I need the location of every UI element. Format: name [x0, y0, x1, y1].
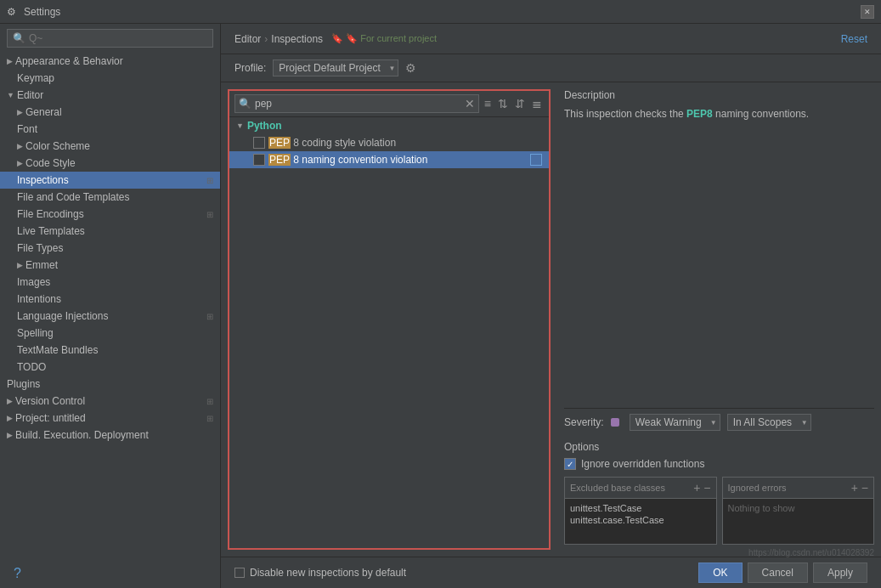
- sidebar-items-container: ▶ Appearance & BehaviorKeymap▼ Editor▶ G…: [0, 53, 220, 444]
- expand-button[interactable]: ⇅: [496, 95, 510, 112]
- ignored-errors-body: Nothing to show: [723, 499, 874, 544]
- sidebar-item-label-keymap: Keymap: [17, 72, 54, 84]
- inspections-search-field[interactable]: 🔍 ✕: [234, 94, 479, 113]
- sidebar-item-label-build-execution: Build. Execution. Deployment: [15, 429, 149, 441]
- python-group-header[interactable]: ▼ Python: [229, 117, 549, 134]
- sidebar-item-general[interactable]: ▶ General: [0, 104, 220, 121]
- sidebar-item-label-general: General: [25, 106, 62, 118]
- breadcrumb-parent: Editor: [234, 33, 261, 45]
- sidebar-item-textmate-bundles[interactable]: TextMate Bundles: [0, 342, 220, 359]
- ignored-add-button[interactable]: +: [851, 481, 858, 495]
- sidebar-item-icon-inspections: ⊞: [206, 176, 213, 185]
- ignore-overridden-checkbox-row[interactable]: ✓ Ignore overridden functions: [564, 458, 874, 470]
- reset-button[interactable]: Reset: [841, 33, 867, 45]
- apply-button[interactable]: Apply: [813, 563, 867, 583]
- content-body: 🔍 ✕ ≡ ⇅ ⇵ ≣ ▼ Python: [221, 82, 881, 557]
- sidebar-item-label-file-types: File Types: [17, 242, 63, 254]
- sidebar-item-language-injections[interactable]: Language Injections⊞: [0, 308, 220, 325]
- close-button[interactable]: ✕: [861, 5, 874, 19]
- sidebar-item-icon-project: ⊞: [206, 414, 213, 423]
- sidebar-item-emmet[interactable]: ▶ Emmet: [0, 257, 220, 274]
- sidebar-item-build-execution[interactable]: ▶ Build. Execution. Deployment: [0, 427, 220, 444]
- window-controls: ✕: [861, 5, 874, 19]
- sidebar-item-label-editor: Editor: [17, 89, 43, 101]
- disable-inspections-row[interactable]: Disable new inspections by default: [234, 567, 406, 579]
- sidebar-item-project[interactable]: ▶ Project: untitled⊞: [0, 410, 220, 427]
- right-panel: Description This inspection checks the P…: [557, 82, 881, 557]
- profile-select[interactable]: Project Default Project: [273, 59, 398, 76]
- excluded-classes-header: Excluded base classes + −: [565, 478, 716, 499]
- pep8-coding-highlight: PEP: [268, 137, 291, 149]
- excluded-classes-title: Excluded base classes: [570, 483, 665, 493]
- sidebar-item-label-file-code-templates: File and Code Templates: [17, 191, 130, 203]
- pep8-coding-item[interactable]: PEP 8 coding style violation: [229, 134, 549, 151]
- inspections-search-toolbar: 🔍 ✕ ≡ ⇅ ⇵ ≣: [229, 91, 549, 117]
- help-icon[interactable]: ?: [14, 566, 21, 580]
- sidebar-item-inspections[interactable]: Inspections⊞: [0, 172, 220, 189]
- description-text: This inspection checks the PEP8 naming c…: [564, 106, 874, 122]
- bottom-bar: Disable new inspections by default OK Ca…: [221, 557, 881, 588]
- severity-select[interactable]: Weak Warning Warning Error: [630, 414, 720, 431]
- sidebar-item-label-language-injections: Language Injections: [17, 310, 108, 322]
- options-title: Options: [564, 441, 874, 453]
- collapse-button[interactable]: ⇵: [513, 95, 527, 112]
- scope-select[interactable]: In All Scopes: [727, 414, 811, 431]
- excluded-remove-button[interactable]: −: [703, 481, 710, 495]
- ignored-remove-button[interactable]: −: [861, 481, 868, 495]
- pep8-coding-checkbox[interactable]: [253, 137, 265, 149]
- sidebar-search-box[interactable]: 🔍: [7, 29, 213, 48]
- sidebar-item-label-project: Project: untitled: [15, 412, 86, 424]
- sidebar-item-file-encodings[interactable]: File Encodings⊞: [0, 206, 220, 223]
- sidebar-item-editor[interactable]: ▼ Editor: [0, 87, 220, 104]
- ignore-overridden-checkbox[interactable]: ✓: [564, 458, 576, 470]
- sidebar-item-live-templates[interactable]: Live Templates: [0, 223, 220, 240]
- sidebar-item-color-scheme[interactable]: ▶ Color Scheme: [0, 138, 220, 155]
- sidebar-item-label-images: Images: [17, 276, 50, 288]
- sidebar-item-appearance[interactable]: ▶ Appearance & Behavior: [0, 53, 220, 70]
- app-icon: ⚙: [7, 6, 19, 18]
- search-clear-icon[interactable]: ✕: [465, 97, 475, 110]
- breadcrumb-separator: ›: [264, 33, 268, 45]
- sidebar-item-font[interactable]: Font: [0, 121, 220, 138]
- breadcrumb-current: Inspections: [271, 33, 323, 45]
- ignore-overridden-label: Ignore overridden functions: [581, 458, 704, 470]
- search-icon: 🔍: [13, 32, 25, 44]
- ignored-errors-buttons: + −: [851, 481, 868, 495]
- sidebar-item-plugins[interactable]: Plugins: [0, 376, 220, 393]
- sidebar-item-file-types[interactable]: File Types: [0, 240, 220, 257]
- sidebar-item-keymap[interactable]: Keymap: [0, 70, 220, 87]
- sidebar-item-file-code-templates[interactable]: File and Code Templates: [0, 189, 220, 206]
- pep8-naming-right-checkbox[interactable]: [530, 154, 542, 166]
- sidebar-item-icon-version-control: ⊞: [206, 397, 213, 406]
- sidebar-item-label-emmet: Emmet: [25, 259, 58, 271]
- pep8-naming-item[interactable]: PEP 8 naming convention violation: [229, 151, 549, 168]
- disable-inspections-checkbox[interactable]: [234, 568, 245, 578]
- pep8-naming-checkbox[interactable]: [253, 154, 265, 166]
- inspections-search-input[interactable]: [255, 98, 461, 110]
- sidebar-item-images[interactable]: Images: [0, 274, 220, 291]
- description-header: Description: [564, 89, 874, 101]
- excluded-classes-panel: Excluded base classes + − unittest.TestC…: [564, 477, 717, 545]
- excluded-add-button[interactable]: +: [693, 481, 700, 495]
- sidebar-item-label-inspections: Inspections: [17, 174, 69, 186]
- severity-row: Severity: Weak Warning Warning Error In …: [564, 408, 874, 436]
- sidebar-item-version-control[interactable]: ▶ Version Control⊞: [0, 393, 220, 410]
- cancel-button[interactable]: Cancel: [748, 563, 808, 583]
- sidebar-item-todo[interactable]: TODO: [0, 359, 220, 376]
- desc-text-after: naming conventions.: [713, 108, 809, 120]
- ok-button[interactable]: OK: [698, 563, 742, 583]
- filter-button[interactable]: ≡: [483, 95, 493, 112]
- profile-gear-button[interactable]: ⚙: [405, 61, 416, 75]
- scope-select-wrap: In All Scopes: [727, 414, 811, 431]
- sidebar-item-spelling[interactable]: Spelling: [0, 325, 220, 342]
- sidebar-item-code-style[interactable]: ▶ Code Style: [0, 155, 220, 172]
- sidebar-item-intentions[interactable]: Intentions: [0, 291, 220, 308]
- flatten-button[interactable]: ≣: [530, 95, 544, 112]
- sidebar-item-label-todo: TODO: [17, 361, 46, 373]
- pep8-coding-text: PEP 8 coding style violation: [268, 137, 396, 149]
- sidebar-item-icon-file-encodings: ⊞: [206, 210, 213, 219]
- sidebar-item-label-plugins: Plugins: [7, 378, 40, 390]
- excluded-item-1: unittest.TestCase: [570, 502, 711, 514]
- sidebar-item-label-textmate-bundles: TextMate Bundles: [17, 344, 98, 356]
- sidebar-search-input[interactable]: [29, 32, 207, 44]
